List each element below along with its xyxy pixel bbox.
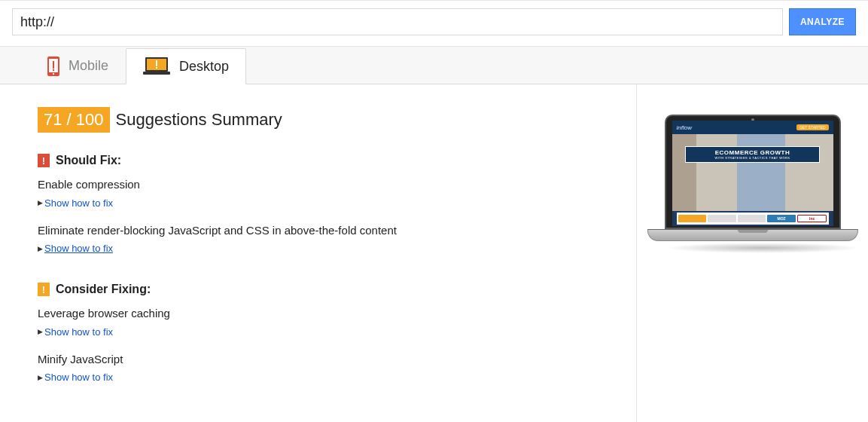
consider-fixing-header: ! Consider Fixing: [38,283,636,296]
svg-rect-4 [53,69,54,71]
svg-point-2 [53,72,54,74]
show-how-to-fix-link[interactable]: ▶Show how to fix [38,243,113,254]
tab-label: Mobile [69,58,108,74]
tabs-row: Mobile Desktop [0,47,868,84]
section-label: Consider Fixing: [56,283,151,296]
svg-rect-3 [53,61,54,69]
preview-panel: inflow GET STARTED ECOMMERCE GROWTH WITH… [637,84,868,422]
show-how-to-fix-link[interactable]: ▶Show how to fix [38,372,113,383]
rule-title: Minify JavaScript [38,353,636,365]
expand-icon: ▶ [38,245,43,252]
desktop-icon [143,57,170,76]
rule-item: Minify JavaScript ▶Show how to fix [38,353,636,384]
warning-icon: ! [38,283,50,296]
analyze-button[interactable]: ANALYZE [789,8,856,35]
score-badge: 71 / 100 [38,107,110,133]
rule-item: Enable compression ▶Show how to fix [38,178,636,209]
expand-icon: ▶ [38,328,43,335]
laptop-preview: inflow GET STARTED ECOMMERCE GROWTH WITH… [665,115,841,422]
main-panel: 71 / 100 Suggestions Summary ! Should Fi… [0,84,637,422]
tab-label: Desktop [179,59,229,75]
svg-rect-8 [156,60,157,66]
alert-icon: ! [38,154,50,167]
show-how-to-fix-link[interactable]: ▶Show how to fix [38,197,113,209]
tab-mobile[interactable]: Mobile [30,47,126,84]
tab-desktop[interactable]: Desktop [126,48,246,84]
show-how-to-fix-link[interactable]: ▶Show how to fix [38,326,113,338]
url-input[interactable] [12,8,783,35]
section-label: Should Fix: [56,154,121,167]
mobile-icon [47,57,59,76]
rule-title: Eliminate render-blocking JavaScript and… [38,224,636,237]
rule-item: Eliminate render-blocking JavaScript and… [38,224,636,255]
svg-rect-9 [156,67,157,69]
preview-brand: inflow [677,124,692,131]
rule-item: Leverage browser caching ▶Show how to fi… [38,307,636,338]
expand-icon: ▶ [38,199,43,206]
preview-logo-strip [677,213,829,225]
summary-title: Suggestions Summary [116,110,282,130]
preview-cta: GET STARTED [796,124,828,130]
expand-icon: ▶ [38,374,43,381]
preview-hero: ECOMMERCE GROWTH WITH STRATEGIES & TACTI… [685,146,821,163]
rule-title: Enable compression [38,178,636,191]
should-fix-header: ! Should Fix: [38,154,636,167]
rule-title: Leverage browser caching [38,307,636,320]
search-bar: ANALYZE [0,0,868,47]
svg-rect-7 [143,72,170,75]
